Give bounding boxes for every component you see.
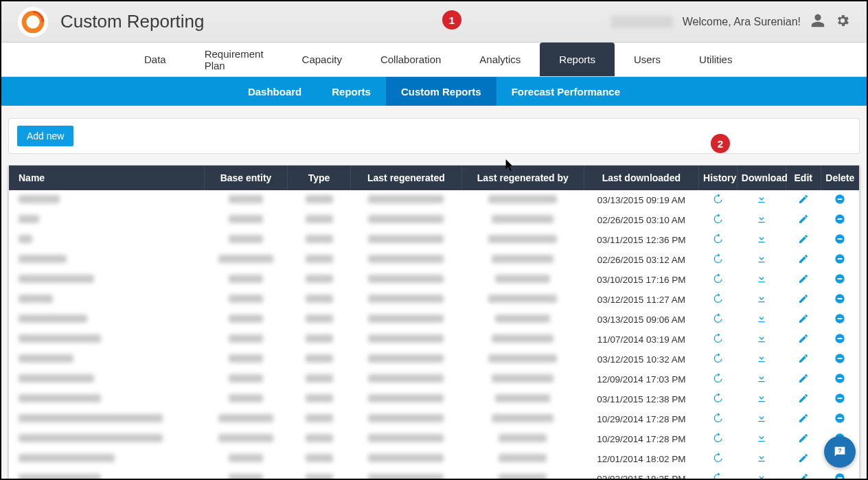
nav-item-collaboration[interactable]: Collaboration	[361, 43, 460, 76]
edit-icon[interactable]	[798, 472, 809, 480]
user-profile-icon[interactable]	[810, 13, 825, 31]
th-entity[interactable]: Base entity	[204, 165, 288, 190]
redacted-entity	[229, 354, 263, 363]
subnav-item-reports[interactable]: Reports	[317, 77, 386, 106]
edit-icon[interactable]	[798, 333, 809, 344]
subnav-item-custom-reports[interactable]: Custom Reports	[386, 77, 496, 106]
edit-icon[interactable]	[798, 214, 809, 225]
edit-icon[interactable]	[798, 433, 809, 444]
th-edit[interactable]: Edit	[786, 165, 821, 190]
download-icon[interactable]	[756, 472, 767, 480]
redacted-regen	[368, 255, 444, 263]
history-icon[interactable]	[712, 253, 723, 264]
edit-icon[interactable]	[798, 353, 809, 364]
th-delete[interactable]: Delete	[821, 165, 859, 190]
delete-icon[interactable]	[834, 353, 845, 364]
edit-icon[interactable]	[798, 413, 809, 424]
history-icon[interactable]	[712, 313, 723, 324]
gear-icon[interactable]	[835, 13, 850, 31]
history-icon[interactable]	[712, 233, 723, 244]
delete-icon[interactable]	[834, 233, 845, 244]
subnav-item-forecast-performance[interactable]: Forecast Performance	[496, 77, 635, 106]
help-chat-button[interactable]: ?	[824, 436, 856, 468]
delete-icon[interactable]	[834, 393, 845, 404]
redacted-regen	[368, 354, 444, 363]
redacted-type	[306, 414, 333, 422]
download-icon[interactable]	[756, 313, 767, 324]
svg-rect-21	[838, 398, 843, 399]
download-icon[interactable]	[756, 373, 767, 384]
history-icon[interactable]	[712, 214, 723, 225]
history-icon[interactable]	[712, 333, 723, 344]
reports-table: Name Base entity Type Last regenerated L…	[9, 165, 859, 480]
th-downloaded[interactable]: Last downloaded	[584, 165, 698, 190]
redacted-entity	[218, 414, 273, 422]
history-icon[interactable]	[712, 373, 723, 384]
download-icon[interactable]	[756, 194, 767, 205]
nav-item-capacity[interactable]: Capacity	[283, 43, 361, 76]
svg-rect-19	[838, 378, 843, 379]
redacted-type	[306, 434, 333, 442]
delete-icon[interactable]	[834, 293, 845, 304]
download-icon[interactable]	[756, 453, 767, 464]
delete-icon[interactable]	[834, 413, 845, 424]
history-icon[interactable]	[712, 453, 723, 464]
cell-downloaded: 12/01/2014 18:02 PM	[584, 449, 698, 469]
nav-item-data[interactable]: Data	[125, 43, 185, 76]
nav-item-users[interactable]: Users	[615, 43, 680, 76]
delete-icon[interactable]	[834, 214, 845, 225]
edit-icon[interactable]	[798, 453, 809, 464]
history-icon[interactable]	[712, 472, 723, 480]
redacted-type	[306, 474, 333, 480]
delete-icon[interactable]	[834, 333, 845, 344]
th-download[interactable]: Download	[737, 165, 786, 190]
download-icon[interactable]	[756, 353, 767, 364]
th-regen[interactable]: Last regenerated	[350, 165, 461, 190]
history-icon[interactable]	[712, 413, 723, 424]
download-icon[interactable]	[756, 393, 767, 404]
history-icon[interactable]	[712, 194, 723, 205]
edit-icon[interactable]	[798, 194, 809, 205]
delete-icon[interactable]	[834, 373, 845, 384]
delete-icon[interactable]	[834, 472, 845, 480]
edit-icon[interactable]	[798, 313, 809, 324]
download-icon[interactable]	[756, 293, 767, 304]
download-icon[interactable]	[756, 333, 767, 344]
edit-icon[interactable]	[798, 393, 809, 404]
history-icon[interactable]	[712, 433, 723, 444]
delete-icon[interactable]	[834, 313, 845, 324]
history-icon[interactable]	[712, 293, 723, 304]
nav-item-requirement-plan[interactable]: Requirement Plan	[185, 43, 283, 76]
download-icon[interactable]	[756, 273, 767, 284]
download-icon[interactable]	[756, 253, 767, 264]
nav-item-analytics[interactable]: Analytics	[460, 43, 540, 76]
delete-icon[interactable]	[834, 253, 845, 264]
redacted-regenby	[495, 275, 550, 283]
subnav-item-dashboard[interactable]: Dashboard	[233, 77, 317, 106]
history-icon[interactable]	[712, 273, 723, 284]
history-icon[interactable]	[712, 393, 723, 404]
th-name[interactable]: Name	[9, 165, 204, 190]
download-icon[interactable]	[756, 233, 767, 244]
delete-icon[interactable]	[834, 194, 845, 205]
delete-icon[interactable]	[834, 273, 845, 284]
redacted-regenby	[488, 354, 557, 363]
edit-icon[interactable]	[798, 373, 809, 384]
download-icon[interactable]	[756, 214, 767, 225]
download-icon[interactable]	[756, 413, 767, 424]
download-icon[interactable]	[756, 433, 767, 444]
nav-item-reports[interactable]: Reports	[540, 43, 615, 76]
edit-icon[interactable]	[798, 293, 809, 304]
th-history[interactable]: History	[699, 165, 738, 190]
th-type[interactable]: Type	[288, 165, 350, 190]
history-icon[interactable]	[712, 353, 723, 364]
th-regenby[interactable]: Last regenerated by	[462, 165, 584, 190]
redacted-entity	[229, 195, 263, 203]
edit-icon[interactable]	[798, 233, 809, 244]
edit-icon[interactable]	[798, 273, 809, 284]
cell-downloaded: 02/26/2015 03:12 AM	[584, 250, 698, 270]
add-new-button[interactable]: Add new	[17, 126, 73, 146]
edit-icon[interactable]	[798, 253, 809, 264]
nav-item-utilities[interactable]: Utilities	[680, 43, 751, 76]
redacted-name	[19, 434, 163, 442]
